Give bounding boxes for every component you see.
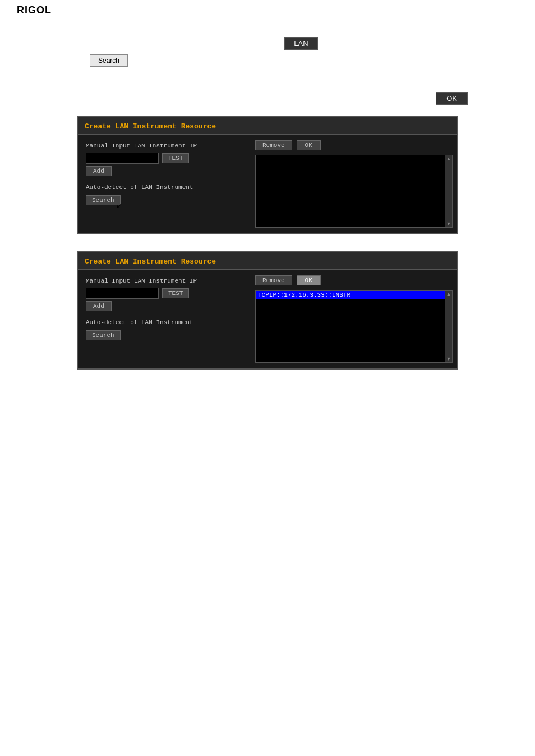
search-button-dialog-2[interactable]: Search — [86, 330, 121, 340]
dialog-title-bar-2: Create LAN Instrument Resource — [78, 252, 457, 270]
add-button-2[interactable]: Add — [86, 301, 112, 311]
search-btn-row: Search — [22, 54, 513, 67]
manual-label-2: Manual Input LAN Instrument IP — [86, 278, 247, 284]
ip-input-row-2: TEST — [86, 288, 247, 299]
auto-detect-label-2: Auto-detect of LAN Instrument — [86, 319, 247, 326]
dialog-right-buttons-2: Remove OK — [255, 275, 453, 285]
test-button-1[interactable]: TEST — [162, 153, 189, 163]
search-button-dialog-1[interactable]: Search — [86, 195, 121, 205]
ok-button-dialog-2[interactable]: OK — [297, 275, 321, 285]
resource-list-2: TCPIP::172.16.3.33::INSTR ▲ ▼ — [255, 290, 453, 363]
scroll-down-2: ▼ — [445, 356, 452, 362]
dialog-left-2: Manual Input LAN Instrument IP TEST Add … — [82, 275, 251, 363]
search-with-cursor-1: Search ↙ — [86, 194, 121, 205]
resource-list-inner-1 — [256, 155, 445, 227]
resource-list-inner-2: TCPIP::172.16.3.33::INSTR — [256, 291, 445, 362]
scrollbar-1[interactable]: ▲ ▼ — [445, 155, 452, 227]
dialog-panel-1: Create LAN Instrument Resource Manual In… — [77, 116, 458, 234]
dialog-panel-2: Create LAN Instrument Resource Manual In… — [77, 251, 458, 370]
search-button-top[interactable]: Search — [90, 54, 128, 67]
auto-detect-label-1: Auto-detect of LAN Instrument — [86, 184, 247, 191]
dialog-title-1: Create LAN Instrument Resource — [85, 122, 216, 131]
test-button-2[interactable]: TEST — [162, 288, 189, 298]
dialog-title-2: Create LAN Instrument Resource — [85, 257, 216, 266]
dialog-right-1: Remove OK ▲ ▼ — [255, 140, 453, 228]
add-button-1[interactable]: Add — [86, 166, 112, 176]
dialog-title-bar-1: Create LAN Instrument Resource — [78, 117, 457, 135]
lan-btn-row: LAN — [22, 37, 513, 50]
resource-list-item-2-0[interactable]: TCPIP::172.16.3.33::INSTR — [256, 291, 445, 299]
bottom-bar — [0, 746, 535, 756]
lan-button[interactable]: LAN — [284, 37, 317, 50]
ok-btn-row: OK — [22, 92, 513, 105]
scroll-up-1: ▲ — [445, 155, 452, 162]
top-bar: RIGOL — [0, 0, 535, 20]
dialog-left-1: Manual Input LAN Instrument IP TEST Add … — [82, 140, 251, 228]
step-area-1: LAN Search — [22, 37, 513, 82]
scrollbar-2[interactable]: ▲ ▼ — [445, 291, 452, 362]
ok-button-dialog-1[interactable]: OK — [297, 140, 321, 150]
ip-input-row-1: TEST — [86, 153, 247, 164]
brand-logo: RIGOL — [17, 4, 52, 16]
dialog-body-2: Manual Input LAN Instrument IP TEST Add … — [78, 270, 457, 368]
dialog-right-2: Remove OK TCPIP::172.16.3.33::INSTR ▲ ▼ — [255, 275, 453, 363]
ok-button-top[interactable]: OK — [436, 92, 468, 105]
dialog-right-buttons-1: Remove OK — [255, 140, 453, 150]
main-content: LAN Search OK Create LAN Instrument Reso… — [0, 20, 535, 403]
scroll-down-1: ▼ — [445, 220, 452, 227]
remove-button-1[interactable]: Remove — [255, 140, 292, 150]
scroll-up-2: ▲ — [445, 291, 452, 297]
ip-input-2[interactable] — [86, 288, 159, 299]
resource-list-1: ▲ ▼ — [255, 155, 453, 228]
manual-label-1: Manual Input LAN Instrument IP — [86, 142, 247, 149]
ip-input-1[interactable] — [86, 153, 159, 164]
dialog-body-1: Manual Input LAN Instrument IP TEST Add … — [78, 135, 457, 233]
remove-button-2[interactable]: Remove — [255, 275, 292, 285]
